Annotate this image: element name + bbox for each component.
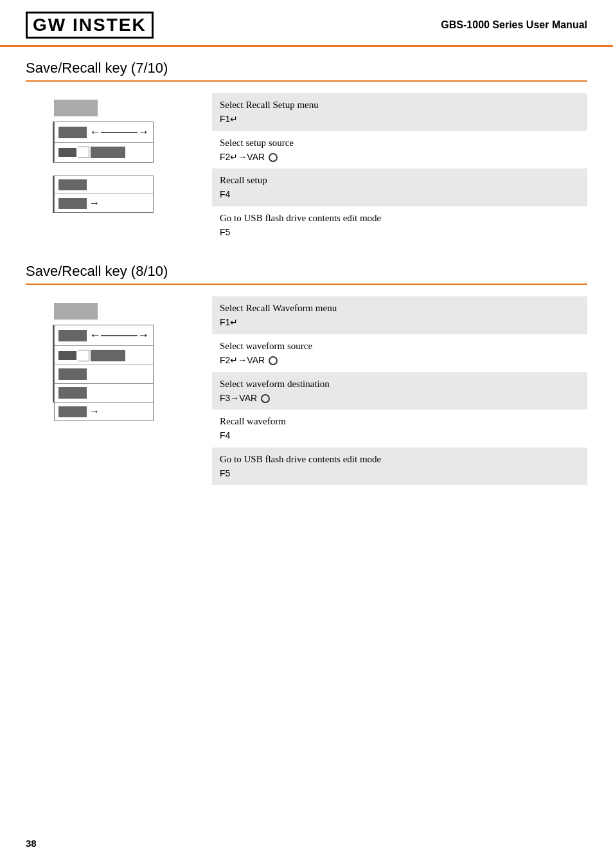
line-right1 — [101, 132, 138, 133]
section8-heading: Save/Recall key (8/10) — [26, 263, 587, 280]
sub-arrow: → — [89, 197, 100, 209]
block2b — [91, 147, 125, 158]
diag8-row4 — [55, 384, 153, 402]
arrow-left1: ← — [89, 125, 101, 139]
menu8-key3: F3→VAR — [220, 392, 580, 405]
menu8-desc3: Select waveform destination — [220, 377, 580, 391]
menu8-key5: F5 — [220, 467, 580, 480]
menu8-key4: F4 — [220, 429, 580, 442]
company-logo: GW INSTEK — [26, 12, 154, 39]
section8-diagram: ← → — [26, 296, 193, 485]
sub-block1 — [58, 179, 87, 190]
diag8-row2 — [55, 346, 153, 365]
sub-row2: → — [55, 194, 153, 212]
menu7-row2: Select setup source F2↵→VAR — [212, 131, 587, 169]
blk8-below — [58, 406, 87, 417]
block1 — [58, 127, 87, 138]
page-number: 38 — [26, 838, 37, 849]
section8-menu: Select Recall Waveform menu F1↵ Select w… — [212, 296, 587, 485]
gap1 — [26, 163, 193, 176]
menu7-key1: F1↵ — [220, 113, 580, 126]
sub-box: → — [54, 176, 154, 213]
logo-text: GW INSTEK — [33, 15, 147, 35]
blk8-1 — [58, 330, 87, 341]
menu7-row3: Recall setup F4 — [212, 168, 587, 206]
section7-diagram: ← → — [26, 93, 193, 244]
menu7-desc1: Select Recall Setup menu — [220, 98, 580, 112]
section7-divider — [26, 80, 587, 82]
line8-1 — [101, 335, 138, 336]
manual-title: GBS-1000 Series User Manual — [441, 19, 587, 31]
bracket8 — [78, 350, 89, 361]
menu7-row4: Go to USB flash drive contents edit mode… — [212, 206, 587, 244]
arrow-right1: → — [138, 125, 149, 139]
menu7-desc2: Select setup source — [220, 136, 580, 150]
section8-body: ← → — [26, 296, 587, 485]
menu7-desc4: Go to USB flash drive contents edit mode — [220, 212, 580, 225]
arr8-left: ← — [89, 329, 101, 342]
section7-menu: Select Recall Setup menu F1↵ Select setu… — [212, 93, 587, 244]
menu8-desc4: Recall waveform — [220, 415, 580, 428]
page-content: Save/Recall key (7/10) ← → — [0, 47, 613, 530]
diag-row1: ← → — [55, 122, 153, 143]
arr8-below: → — [89, 406, 100, 417]
menu8-desc2: Select waveform source — [220, 339, 580, 353]
menu8-row1: Select Recall Waveform menu F1↵ — [212, 296, 587, 334]
menu8-row5: Go to USB flash drive contents edit mode… — [212, 448, 587, 485]
menu7-key3: F4 — [220, 188, 580, 201]
menu8-row2: Select waveform source F2↵→VAR — [212, 334, 587, 372]
menu8-key1: F1↵ — [220, 316, 580, 329]
section7-heading: Save/Recall key (7/10) — [26, 60, 587, 77]
blk8-3 — [58, 368, 87, 380]
diag8-row3 — [55, 365, 153, 384]
main-box8: ← → — [54, 325, 154, 402]
menu8-row4: Recall waveform F4 — [212, 410, 587, 448]
main-box: ← → — [54, 122, 154, 163]
block2a — [58, 148, 76, 157]
section7-body: ← → — [26, 93, 587, 244]
blk8-2b — [91, 350, 125, 361]
diag8-below: → — [54, 402, 154, 421]
menu8-row3: Select waveform destination F3→VAR — [212, 372, 587, 410]
arr8-right: → — [138, 329, 149, 342]
menu7-key4: F5 — [220, 226, 580, 239]
page-header: GW INSTEK GBS-1000 Series User Manual — [0, 0, 613, 47]
menu8-desc5: Go to USB flash drive contents edit mode — [220, 453, 580, 466]
menu7-row1: Select Recall Setup menu F1↵ — [212, 93, 587, 131]
sub-row1 — [55, 176, 153, 194]
blk8-4 — [58, 387, 87, 399]
bracket — [78, 147, 89, 158]
section8-divider — [26, 284, 587, 285]
top-block — [54, 100, 98, 116]
menu8-desc1: Select Recall Waveform menu — [220, 302, 580, 315]
top-block8 — [54, 303, 98, 320]
menu8-key2: F2↵→VAR — [220, 354, 580, 367]
blk8-2a — [58, 351, 76, 360]
diag-row2 — [55, 143, 153, 162]
diag8-row1: ← → — [55, 325, 153, 346]
sub-block2 — [58, 198, 87, 209]
menu7-key2: F2↵→VAR — [220, 151, 580, 164]
menu7-desc3: Recall setup — [220, 174, 580, 187]
